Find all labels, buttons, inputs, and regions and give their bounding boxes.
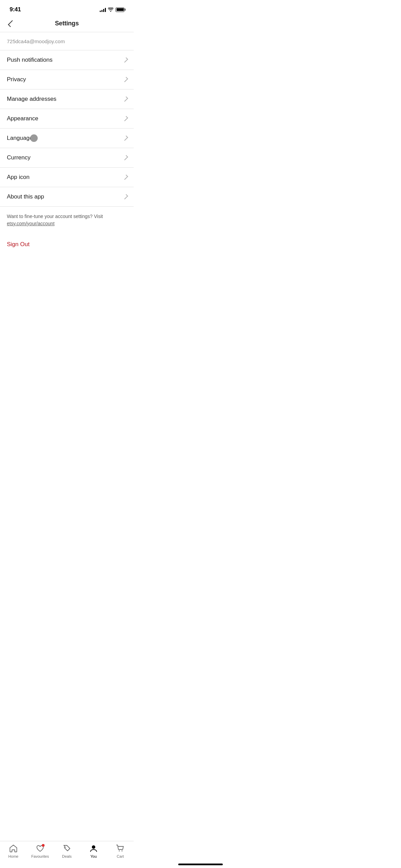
account-email: 725dca4a@moodjoy.com — [7, 38, 65, 44]
sign-out-button[interactable]: Sign Out — [7, 241, 29, 248]
back-button[interactable] — [7, 19, 14, 28]
settings-item-appearance[interactable]: Appearance — [0, 109, 134, 129]
settings-item-currency[interactable]: Currency — [0, 148, 134, 168]
finetune-link[interactable]: etsy.com/your/account — [7, 221, 54, 226]
wifi-icon — [108, 8, 113, 12]
settings-item-language[interactable]: Language — [0, 129, 134, 148]
settings-list: Push notifications Privacy Manage addres… — [0, 50, 134, 207]
settings-item-about-app[interactable]: About this app — [0, 187, 134, 207]
chevron-right-icon — [123, 194, 128, 200]
chevron-right-icon — [123, 135, 128, 141]
settings-label-manage-addresses: Manage addresses — [7, 96, 57, 103]
chevron-right-icon — [123, 57, 128, 63]
settings-item-privacy[interactable]: Privacy — [0, 70, 134, 89]
settings-label-push-notifications: Push notifications — [7, 57, 52, 63]
language-dot-overlay — [30, 134, 38, 142]
page-title: Settings — [55, 20, 78, 27]
settings-item-app-icon[interactable]: App icon — [0, 168, 134, 187]
signout-section: Sign Out — [0, 227, 134, 255]
settings-label-privacy: Privacy — [7, 76, 26, 83]
settings-item-manage-addresses[interactable]: Manage addresses — [0, 89, 134, 109]
header: Settings — [0, 17, 134, 32]
email-row: 725dca4a@moodjoy.com — [0, 32, 134, 50]
battery-icon — [116, 8, 125, 12]
finetune-section: Want to fine-tune your account settings?… — [0, 207, 134, 227]
chevron-right-icon — [123, 96, 128, 102]
settings-item-push-notifications[interactable]: Push notifications — [0, 50, 134, 70]
status-bar: 9:41 — [0, 0, 134, 17]
settings-label-currency: Currency — [7, 154, 31, 161]
finetune-text: Want to fine-tune your account settings?… — [7, 213, 127, 227]
settings-label-language: Language — [7, 135, 33, 142]
settings-label-about-app: About this app — [7, 193, 44, 200]
status-icons — [100, 7, 126, 12]
settings-label-app-icon: App icon — [7, 174, 29, 181]
settings-label-appearance: Appearance — [7, 115, 38, 122]
signal-icon — [100, 7, 106, 12]
chevron-right-icon — [123, 155, 128, 160]
status-time: 9:41 — [10, 6, 21, 13]
chevron-right-icon — [123, 116, 128, 121]
chevron-right-icon — [123, 77, 128, 82]
back-chevron-icon — [8, 20, 15, 27]
chevron-right-icon — [123, 174, 128, 180]
